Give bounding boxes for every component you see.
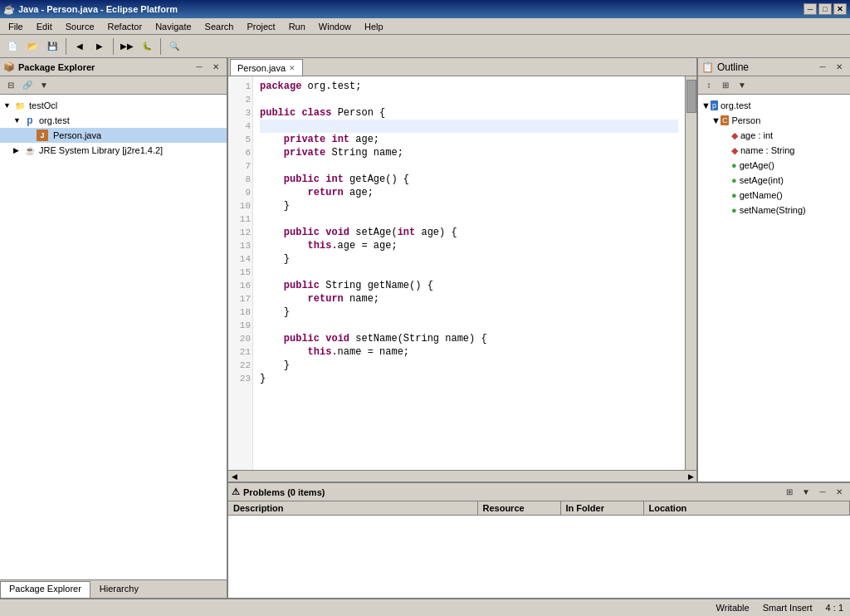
outline-menu-button[interactable]: ▼ — [735, 78, 750, 93]
tb-forward-button[interactable]: ▶ — [90, 37, 109, 56]
problems-filter-button[interactable]: ⊞ — [782, 485, 797, 500]
outline-label-getage: getAge() — [740, 160, 774, 170]
menu-navigate[interactable]: Navigate — [150, 20, 196, 33]
tab-personjava[interactable]: Person.java ✕ — [230, 59, 303, 76]
outline-title: Outline — [717, 61, 749, 73]
status-insert: Smart Insert — [763, 603, 813, 613]
problems-icon: ⚠ — [232, 486, 240, 497]
outline-item-setname[interactable]: ● setName(String) — [698, 203, 850, 218]
package-icon: p — [23, 114, 37, 127]
hscroll-track[interactable] — [240, 471, 685, 482]
close-button[interactable]: ✕ — [833, 3, 847, 15]
pkg-view-menu[interactable]: ▼ — [37, 78, 51, 93]
field-priv-icon: ◆ — [731, 130, 738, 141]
problems-header: ⚠ Problems (0 items) ⊞ ▼ ─ ✕ — [228, 483, 850, 501]
editor-scrollbar[interactable] — [685, 76, 696, 470]
outline-label-person: Person — [731, 115, 760, 125]
panels-row: 📦 Package Explorer ─ ✕ ⊟ 🔗 ▼ — [0, 58, 850, 598]
status-bar: Writable Smart Insert 4 : 1 — [0, 598, 850, 616]
package-icon: p — [711, 100, 718, 110]
editor-hscroll[interactable]: ◀ ▶ — [228, 470, 696, 482]
outline-header: 📋 Outline ─ ✕ — [698, 58, 850, 76]
menu-project[interactable]: Project — [242, 20, 280, 33]
col-location[interactable]: Location — [643, 501, 850, 516]
package-explorer-icon: 📦 — [3, 61, 15, 72]
scrollbar-thumb[interactable] — [686, 80, 696, 113]
left-bottom-tabs: Package Explorer Hierarchy — [0, 579, 227, 598]
outline-icon: 📋 — [701, 61, 714, 73]
problems-minimize-button[interactable]: ─ — [815, 485, 830, 500]
problems-view-menu[interactable]: ▼ — [799, 485, 813, 500]
package-explorer-label: Package Explorer — [18, 62, 95, 72]
jre-label: JRE System Library [j2re1.4.2] — [39, 145, 163, 155]
package-explorer-tree: ▼ 📁 testOcl ▼ p org.test J Person.j — [0, 95, 227, 579]
code-editor[interactable]: package org.test; public class Person { … — [253, 76, 685, 470]
arrow-icon: ▶ — [13, 146, 23, 154]
outline-item-person[interactable]: ▼ C Person — [698, 113, 850, 128]
jre-icon: ☕ — [23, 144, 37, 157]
outline-item-setage[interactable]: ● setAge(int) — [698, 173, 850, 188]
menu-edit[interactable]: Edit — [32, 20, 57, 33]
problems-close-button[interactable]: ✕ — [832, 485, 847, 500]
tb-debug-button[interactable]: 🐛 — [138, 37, 156, 56]
editor-area[interactable]: 1 2 3 4 5 6 7 8 9 10 11 — [228, 76, 696, 470]
outline-item-getage[interactable]: ● getAge() — [698, 158, 850, 173]
java-file-label: Person.java — [53, 130, 101, 140]
col-description[interactable]: Description — [228, 501, 477, 516]
outline-sort-button[interactable]: ↕ — [701, 78, 716, 93]
panel-close-button[interactable]: ✕ — [208, 60, 223, 75]
outline-label-getname: getName() — [740, 190, 783, 200]
outline-item-orgtest[interactable]: ▼ p org.test — [698, 98, 850, 113]
menu-source[interactable]: Source — [61, 20, 100, 33]
field-priv-icon: ◆ — [731, 145, 738, 156]
col-resource[interactable]: Resource — [477, 501, 560, 516]
outline-minimize-button[interactable]: ─ — [815, 60, 830, 75]
panel-minimize-button[interactable]: ─ — [192, 60, 207, 75]
outline-label-name: name : String — [740, 145, 794, 155]
tree-item-testocl[interactable]: ▼ 📁 testOcl — [0, 98, 227, 113]
outline-tree: ▼ p org.test ▼ C Person — [698, 95, 850, 482]
outline-filter-button[interactable]: ⊞ — [718, 78, 733, 93]
menu-refactor[interactable]: Refactor — [103, 20, 148, 33]
class-icon: C — [721, 115, 730, 125]
outline-item-age[interactable]: ◆ age : int — [698, 128, 850, 143]
menu-run[interactable]: Run — [284, 20, 310, 33]
tb-save-button[interactable]: 💾 — [43, 37, 61, 56]
outline-item-getname[interactable]: ● getName() — [698, 188, 850, 203]
tb-search-button[interactable]: 🔍 — [165, 37, 183, 56]
hscroll-right-button[interactable]: ▶ — [685, 471, 696, 482]
tree-item-personjava[interactable]: J Person.java — [0, 128, 227, 143]
tab-close-icon[interactable]: ✕ — [289, 64, 296, 72]
minimize-button[interactable]: ─ — [804, 3, 817, 15]
menu-file[interactable]: File — [3, 20, 28, 33]
outline-item-name[interactable]: ◆ name : String — [698, 143, 850, 158]
tab-package-explorer[interactable]: Package Explorer — [0, 581, 90, 598]
tb-run-button[interactable]: ▶▶ — [118, 37, 136, 56]
app-wrapper: ☕ Java - Person.java - Eclipse Platform … — [0, 0, 850, 616]
link-editor-button[interactable]: 🔗 — [20, 78, 35, 93]
tab-hierarchy[interactable]: Hierarchy — [90, 581, 148, 598]
outline-label-orgtest: org.test — [721, 100, 751, 110]
tree-item-orgtest[interactable]: ▼ p org.test — [0, 113, 227, 128]
collapse-all-button[interactable]: ⊟ — [3, 78, 18, 93]
title-text: Java - Person.java - Eclipse Platform — [18, 4, 178, 14]
col-infolder[interactable]: In Folder — [560, 501, 643, 516]
package-explorer-header: 📦 Package Explorer ─ ✕ — [0, 58, 227, 76]
editor-with-outline: Person.java ✕ 1 2 3 4 5 6 — [228, 58, 850, 482]
maximize-button[interactable]: □ — [818, 3, 832, 15]
menu-search[interactable]: Search — [200, 20, 239, 33]
problems-title-group: ⚠ Problems (0 items) — [232, 486, 325, 497]
menu-window[interactable]: Window — [314, 20, 356, 33]
problems-table: Description Resource In Folder Location — [228, 501, 850, 516]
tree-item-jre[interactable]: ▶ ☕ JRE System Library [j2re1.4.2] — [0, 143, 227, 158]
outline-close-button[interactable]: ✕ — [832, 60, 847, 75]
tb-open-button[interactable]: 📂 — [23, 37, 42, 56]
app-icon: ☕ — [3, 4, 15, 15]
editor-tabs: Person.java ✕ — [228, 58, 696, 76]
tb-new-button[interactable]: 📄 — [3, 37, 22, 56]
menu-help[interactable]: Help — [359, 20, 388, 33]
hscroll-left-button[interactable]: ◀ — [228, 471, 240, 482]
tb-back-button[interactable]: ◀ — [71, 37, 89, 56]
title-bar-controls: ─ □ ✕ — [804, 3, 847, 15]
outline-label-setname: setName(String) — [740, 205, 806, 215]
